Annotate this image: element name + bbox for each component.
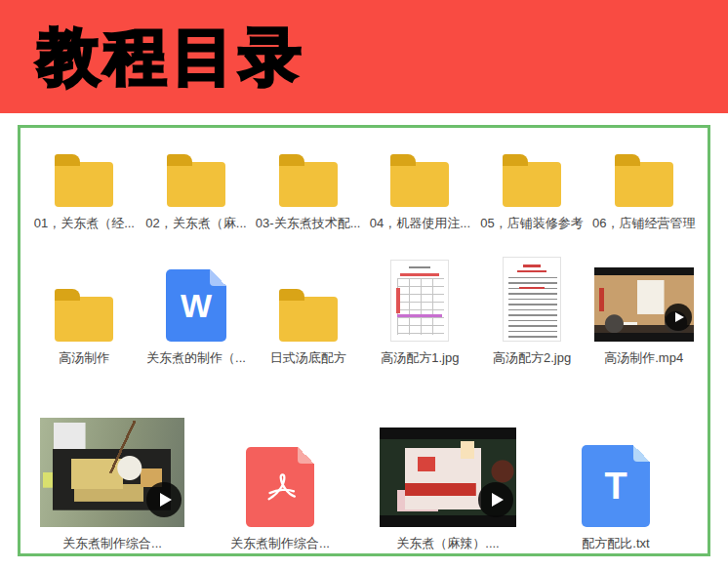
- play-triangle: [675, 312, 684, 322]
- file-label: 05，店铺装修参考: [480, 216, 583, 231]
- play-icon: [478, 482, 513, 517]
- page-title: 教程目录: [37, 25, 306, 88]
- file-item-folder-03[interactable]: 03-关东煮技术配...: [252, 142, 364, 231]
- video-thumbnail: [380, 428, 516, 527]
- file-item-folder-01[interactable]: 01，关东煮（经...: [28, 142, 141, 231]
- file-label: 高汤配方2.jpg: [493, 350, 571, 366]
- word-file-icon: W: [166, 269, 226, 342]
- file-row: 关东煮制作综合... 关东煮制作综合... 关东煮（麻辣）.... T: [28, 395, 700, 551]
- page-fold: [298, 447, 314, 464]
- file-item-video-package[interactable]: 关东煮（麻辣）....: [364, 395, 532, 551]
- file-label: 02，关东煮（麻...: [145, 216, 246, 231]
- file-item-folder-gaotang[interactable]: 高汤制作: [28, 257, 141, 366]
- file-item-jpg-recipe2[interactable]: 高汤配方2.jpg: [476, 257, 588, 366]
- file-label: 关东煮（麻辣）....: [396, 536, 499, 551]
- file-item-txt-doc[interactable]: T 配方配比.txt: [532, 395, 700, 551]
- file-label: 04，机器使用注...: [370, 216, 470, 231]
- file-label: 关东煮制作综合...: [62, 536, 162, 551]
- image-thumbnail: [503, 257, 561, 342]
- video-thumbnail: [40, 418, 184, 527]
- file-label: 06，店铺经营管理: [592, 216, 695, 231]
- file-item-video-pan[interactable]: 关东煮制作综合...: [28, 395, 196, 551]
- header-banner: 教程目录: [0, 0, 728, 113]
- file-label: 高汤配方1.jpg: [381, 350, 459, 366]
- txt-file-icon: T: [582, 445, 650, 527]
- file-row: 高汤制作 W 关东煮的制作（... 日式汤底配方 高汤配方1.jpg 高汤配方2…: [28, 257, 700, 366]
- file-item-pdf-doc[interactable]: 关东煮制作综合...: [196, 395, 364, 551]
- folder-icon: [503, 162, 561, 207]
- txt-letter: T: [604, 468, 627, 505]
- play-icon: [146, 482, 182, 517]
- play-triangle: [492, 493, 504, 507]
- file-grid-panel: 01，关东煮（经... 02，关东煮（麻... 03-关东煮技术配... 04，…: [18, 125, 710, 556]
- file-label: 关东煮制作综合...: [230, 536, 330, 551]
- file-label: 03-关东煮技术配...: [256, 216, 361, 231]
- file-item-word-doc[interactable]: W 关东煮的制作（...: [141, 257, 253, 366]
- folder-icon: [615, 162, 673, 207]
- file-row: 01，关东煮（经... 02，关东煮（麻... 03-关东煮技术配... 04，…: [28, 142, 700, 231]
- file-label: 配方配比.txt: [582, 536, 649, 551]
- word-letter: W: [181, 289, 212, 322]
- file-item-folder-soup-base[interactable]: 日式汤底配方: [252, 257, 364, 366]
- folder-icon: [279, 162, 338, 207]
- file-item-folder-06[interactable]: 06，店铺经营管理: [587, 142, 700, 231]
- folder-icon: [55, 162, 113, 207]
- folder-icon: [390, 162, 449, 207]
- file-label: 高汤制作.mp4: [604, 350, 683, 366]
- file-item-jpg-recipe1[interactable]: 高汤配方1.jpg: [364, 257, 476, 366]
- file-item-folder-02[interactable]: 02，关东煮（麻...: [141, 142, 253, 231]
- file-label: 日式汤底配方: [270, 350, 346, 366]
- folder-icon: [55, 297, 113, 342]
- video-thumbnail: [594, 267, 694, 342]
- page-fold: [210, 269, 226, 286]
- folder-icon: [279, 297, 338, 342]
- file-item-folder-05[interactable]: 05，店铺装修参考: [476, 142, 588, 231]
- play-triangle: [160, 493, 172, 507]
- image-thumbnail: [390, 260, 449, 342]
- folder-icon: [167, 162, 225, 207]
- file-item-folder-04[interactable]: 04，机器使用注...: [364, 142, 476, 231]
- file-label: 关东煮的制作（...: [146, 350, 246, 366]
- page-fold: [633, 445, 650, 462]
- file-label: 01，关东煮（经...: [34, 216, 135, 231]
- file-item-video-soup[interactable]: 高汤制作.mp4: [587, 257, 700, 366]
- play-icon: [665, 304, 692, 331]
- file-label: 高汤制作: [59, 350, 109, 366]
- acrobat-logo-icon: [260, 467, 301, 508]
- pdf-file-icon: [246, 447, 314, 527]
